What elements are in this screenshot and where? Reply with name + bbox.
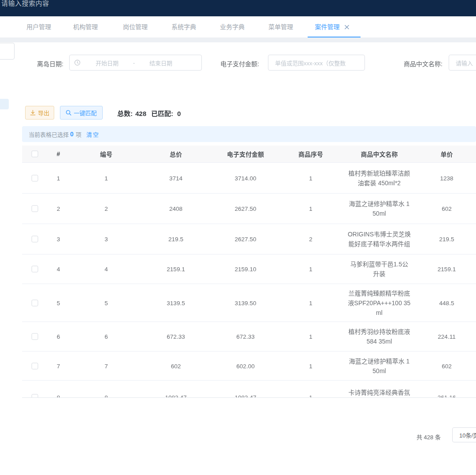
clear-selection-link[interactable]: 清空 — [86, 130, 100, 138]
table-cell: 224.11 — [438, 333, 455, 340]
table-cell: 植村秀羽纱持妆粉底液 584 35ml — [348, 327, 411, 346]
table-row[interactable]: 2224082627.501海蓝之谜修护精萃水 150ml602 — [22, 194, 476, 224]
tab-label: 案件管理 — [315, 16, 340, 37]
table-cell: 602 — [171, 363, 181, 369]
table-cell: 1083.47 — [235, 394, 257, 398]
table-cell: 672.33 — [167, 333, 185, 340]
table-cell: 602 — [442, 206, 452, 212]
totals-summary: 总数:428已匹配:0 — [117, 108, 181, 118]
tab-1[interactable]: 用户管理 — [26, 16, 51, 37]
table-cell: 1 — [57, 175, 60, 181]
table-cell: 1238 — [440, 175, 453, 181]
tab-7[interactable]: 案件管理 — [315, 16, 350, 37]
table-cell: 2159.10 — [235, 266, 257, 273]
data-table: #编号总价电子支付金额商品序号商品中文名称单价1137143714.001植村秀… — [22, 146, 476, 398]
table-cell: 3139.50 — [235, 299, 257, 306]
end-date-placeholder[interactable]: 结束日期 — [149, 59, 172, 67]
table-cell: ORIGINS韦博士灵芝焕能好底子精华水两件组 — [348, 229, 411, 249]
table-cell: 1 — [309, 333, 312, 340]
table-cell: 6 — [57, 333, 60, 340]
table-row[interactable]: 1137143714.001植村秀新琥珀臻萃洁颜油套装 450ml*21238 — [22, 163, 476, 194]
export-button[interactable]: 导出 — [25, 106, 54, 120]
table-cell: 361.16 — [438, 394, 456, 398]
product-name-label: 商品中文名称: — [404, 59, 443, 68]
selection-count: 0 — [70, 131, 74, 138]
row8-checkbox[interactable] — [32, 394, 38, 398]
matched-label: 已匹配: — [151, 110, 173, 117]
table-cell: 2627.50 — [235, 236, 257, 243]
clipped-side-element — [0, 99, 9, 109]
total-label: 总数: — [117, 110, 133, 117]
table-cell: 1 — [309, 266, 312, 273]
tab-5[interactable]: 业务字典 — [220, 16, 245, 37]
row4-checkbox[interactable] — [32, 266, 38, 273]
table-cell: 4 — [57, 266, 60, 273]
header-checkbox[interactable] — [32, 151, 38, 157]
tab-6[interactable]: 菜单管理 — [268, 16, 293, 37]
tab-4[interactable]: 系统字典 — [171, 16, 196, 37]
table-row[interactable]: 442159.12159.101马爹利蓝带干邑1.5公升装2159.1 — [22, 254, 476, 284]
table-cell: 5 — [104, 299, 108, 306]
row1-checkbox[interactable] — [32, 175, 38, 181]
tab-label: 机构管理 — [73, 23, 98, 30]
column-header: # — [57, 150, 60, 157]
table-cell: 卡诗菁纯亮泽经典香氛发油 100ml — [348, 388, 411, 398]
table-cell: 1083.47 — [165, 394, 187, 398]
export-button-label: 导出 — [38, 108, 49, 117]
table-cell: 2159.1 — [438, 266, 456, 273]
table-cell: 219.5 — [439, 236, 454, 243]
start-date-placeholder[interactable]: 开始日期 — [96, 59, 119, 67]
table-cell: 7 — [57, 363, 60, 369]
table-row[interactable]: 77602602.001海蓝之谜修护精萃水 150ml602 — [22, 352, 476, 381]
table-cell: 5 — [57, 299, 60, 306]
selection-suffix: 项 — [76, 130, 82, 138]
table-cell: 植村秀新琥珀臻萃洁颜油套装 450ml*2 — [348, 168, 411, 188]
tab-label: 菜单管理 — [268, 23, 293, 30]
table-cell: 4 — [104, 266, 108, 273]
close-icon[interactable] — [344, 24, 350, 30]
match-button-label: 一键匹配 — [74, 108, 97, 117]
table-cell: 2 — [309, 236, 312, 243]
row5-checkbox[interactable] — [32, 299, 38, 306]
product-name-input[interactable]: 请输入 — [449, 55, 476, 71]
table-cell: 1 — [309, 394, 312, 398]
table-cell: 6 — [104, 333, 108, 340]
row6-checkbox[interactable] — [32, 333, 38, 340]
table-row[interactable]: 881083.471083.471卡诗菁纯亮泽经典香氛发油 100ml361.1… — [22, 381, 476, 398]
pagination-total: 共 428 条 — [416, 433, 441, 441]
table-cell: 海蓝之谜修护精萃水 150ml — [348, 356, 411, 376]
table-cell: 1 — [309, 175, 312, 181]
date-range-input[interactable]: 开始日期 - 结束日期 — [69, 55, 202, 71]
product-name-placeholder: 请输入 — [456, 59, 473, 67]
table-row[interactable]: 33219.52627.502ORIGINS韦博士灵芝焕能好底子精华水两件组21… — [22, 224, 476, 254]
table-cell: 7 — [104, 363, 108, 369]
epay-amount-placeholder: 单值或范围xxx-xxx（仅整数 — [275, 59, 346, 67]
table-cell: 672.33 — [236, 333, 254, 340]
search-icon — [66, 110, 71, 116]
table-cell: 马爹利蓝带干邑1.5公升装 — [348, 259, 411, 279]
table-cell: 3139.5 — [167, 299, 185, 306]
tab-3[interactable]: 岗位管理 — [123, 16, 148, 37]
table-cell: 8 — [104, 394, 108, 398]
tab-label: 系统字典 — [171, 23, 196, 30]
row3-checkbox[interactable] — [32, 236, 38, 243]
table-cell: 8 — [57, 394, 60, 398]
tab-2[interactable]: 机构管理 — [73, 16, 98, 37]
row2-checkbox[interactable] — [32, 206, 38, 212]
epay-amount-input[interactable]: 单值或范围xxx-xxx（仅整数 — [268, 55, 365, 71]
row7-checkbox[interactable] — [32, 363, 38, 369]
table-cell: 2 — [104, 206, 108, 212]
selection-prefix: 当前表格已选择 — [29, 130, 69, 138]
column-header: 总价 — [170, 150, 182, 158]
clipped-panel-box — [0, 43, 15, 60]
page-size-select[interactable]: 10条/页 — [452, 427, 476, 442]
table-cell: 3 — [57, 236, 60, 243]
table-cell: 3714.00 — [235, 175, 257, 181]
column-header: 商品中文名称 — [361, 150, 398, 158]
navbar-search-input[interactable]: 请输入搜索内容 — [1, 0, 49, 7]
table-row[interactable]: 66672.33672.331植村秀羽纱持妆粉底液 584 35ml224.11 — [22, 322, 476, 352]
one-click-match-button[interactable]: 一键匹配 — [60, 106, 103, 120]
tab-label: 业务字典 — [220, 23, 245, 30]
table-row[interactable]: 553139.53139.501兰蔻菁纯臻颜精华粉底液SPF20PA+++100… — [22, 284, 476, 322]
tags-view-bar: 用户管理机构管理岗位管理系统字典业务字典菜单管理案件管理 — [0, 16, 476, 37]
